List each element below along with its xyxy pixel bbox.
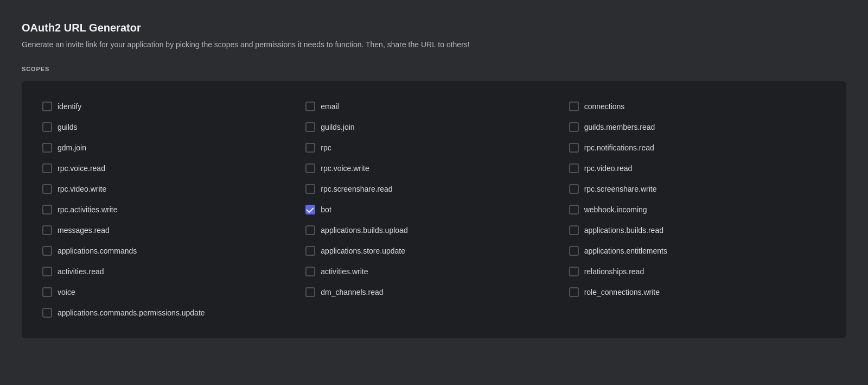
scope-label-messages_read: messages.read bbox=[58, 226, 110, 235]
scope-checkbox-rpc_screenshare_write[interactable] bbox=[569, 184, 579, 194]
scope-label-rpc_screenshare_write: rpc.screenshare.write bbox=[584, 185, 657, 193]
scope-checkbox-rpc_video_write[interactable] bbox=[42, 184, 52, 194]
scope-checkbox-guilds[interactable] bbox=[42, 122, 52, 132]
scope-label-activities_write: activities.write bbox=[321, 267, 368, 276]
scope-checkbox-applications_commands[interactable] bbox=[42, 246, 52, 256]
scope-checkbox-email[interactable] bbox=[305, 102, 315, 111]
scope-item-identify[interactable]: identify bbox=[39, 96, 302, 117]
scope-checkbox-activities_write[interactable] bbox=[305, 267, 315, 276]
scopes-box: identifyemailconnectionsguildsguilds.joi… bbox=[22, 81, 846, 338]
scope-item-bot[interactable]: bot bbox=[302, 199, 565, 220]
scope-item-applications_store_update[interactable]: applications.store.update bbox=[302, 241, 565, 261]
scope-item-activities_read[interactable]: activities.read bbox=[39, 261, 302, 282]
scope-checkbox-role_connections_write[interactable] bbox=[569, 287, 579, 297]
scope-item-applications_commands_permissions_update[interactable]: applications.commands.permissions.update bbox=[39, 302, 302, 323]
scope-checkbox-rpc_voice_write[interactable] bbox=[305, 163, 315, 173]
scope-label-voice: voice bbox=[58, 288, 75, 296]
scope-item-webhook_incoming[interactable]: webhook.incoming bbox=[566, 199, 829, 220]
scope-label-rpc_voice_write: rpc.voice.write bbox=[321, 164, 369, 173]
scope-checkbox-applications_builds_read[interactable] bbox=[569, 225, 579, 235]
scope-item-applications_builds_read[interactable]: applications.builds.read bbox=[566, 220, 829, 241]
scope-checkbox-applications_store_update[interactable] bbox=[305, 246, 315, 256]
scope-label-rpc_voice_read: rpc.voice.read bbox=[58, 164, 105, 173]
scope-checkbox-activities_read[interactable] bbox=[42, 267, 52, 276]
scope-item-guilds_members_read[interactable]: guilds.members.read bbox=[566, 117, 829, 137]
scope-item-role_connections_write[interactable]: role_connections.write bbox=[566, 282, 829, 302]
scopes-grid: identifyemailconnectionsguildsguilds.joi… bbox=[39, 96, 829, 323]
scope-label-applications_commands_permissions_update: applications.commands.permissions.update bbox=[58, 308, 205, 317]
scope-item-messages_read[interactable]: messages.read bbox=[39, 220, 302, 241]
scope-checkbox-rpc_activities_write[interactable] bbox=[42, 205, 52, 214]
scope-label-guilds_members_read: guilds.members.read bbox=[584, 123, 655, 131]
scope-label-bot: bot bbox=[321, 205, 331, 214]
scope-item-relationships_read[interactable]: relationships.read bbox=[566, 261, 829, 282]
scope-item-rpc_video_write[interactable]: rpc.video.write bbox=[39, 179, 302, 199]
scope-item-rpc_screenshare_read[interactable]: rpc.screenshare.read bbox=[302, 179, 565, 199]
scope-item-activities_write[interactable]: activities.write bbox=[302, 261, 565, 282]
scope-label-webhook_incoming: webhook.incoming bbox=[584, 205, 647, 214]
scope-item-gdm_join[interactable]: gdm.join bbox=[39, 137, 302, 158]
scope-item-rpc_screenshare_write[interactable]: rpc.screenshare.write bbox=[566, 179, 829, 199]
scope-item-rpc_notifications_read[interactable]: rpc.notifications.read bbox=[566, 137, 829, 158]
scope-label-gdm_join: gdm.join bbox=[58, 143, 86, 152]
scope-item-voice[interactable]: voice bbox=[39, 282, 302, 302]
scope-label-applications_builds_upload: applications.builds.upload bbox=[321, 226, 407, 235]
scope-item-applications_entitlements[interactable]: applications.entitlements bbox=[566, 241, 829, 261]
page-title: OAuth2 URL Generator bbox=[22, 22, 846, 34]
scope-checkbox-bot[interactable] bbox=[305, 205, 315, 214]
scope-item-applications_builds_upload[interactable]: applications.builds.upload bbox=[302, 220, 565, 241]
scope-label-activities_read: activities.read bbox=[58, 267, 104, 276]
scope-item-rpc_voice_write[interactable]: rpc.voice.write bbox=[302, 158, 565, 179]
scope-checkbox-gdm_join[interactable] bbox=[42, 143, 52, 153]
scope-checkbox-rpc_video_read[interactable] bbox=[569, 163, 579, 173]
scope-label-identify: identify bbox=[58, 102, 81, 111]
scope-checkbox-dm_channels_read[interactable] bbox=[305, 287, 315, 297]
page-description: Generate an invite link for your applica… bbox=[22, 40, 846, 51]
scope-checkbox-rpc_voice_read[interactable] bbox=[42, 163, 52, 173]
scope-label-rpc_notifications_read: rpc.notifications.read bbox=[584, 143, 654, 152]
scope-checkbox-voice[interactable] bbox=[42, 287, 52, 297]
scope-item-guilds[interactable]: guilds bbox=[39, 117, 302, 137]
scope-checkbox-rpc_notifications_read[interactable] bbox=[569, 143, 579, 153]
scope-label-rpc: rpc bbox=[321, 143, 331, 152]
scope-label-email: email bbox=[321, 102, 339, 111]
scope-item-rpc_activities_write[interactable]: rpc.activities.write bbox=[39, 199, 302, 220]
scope-label-applications_store_update: applications.store.update bbox=[321, 247, 405, 255]
scope-item-dm_channels_read[interactable]: dm_channels.read bbox=[302, 282, 565, 302]
scope-item-connections[interactable]: connections bbox=[566, 96, 829, 117]
scope-checkbox-applications_commands_permissions_update[interactable] bbox=[42, 308, 52, 318]
scope-label-dm_channels_read: dm_channels.read bbox=[321, 288, 383, 296]
scope-label-rpc_video_write: rpc.video.write bbox=[58, 185, 106, 193]
scope-label-applications_entitlements: applications.entitlements bbox=[584, 247, 667, 255]
scope-item-rpc_video_read[interactable]: rpc.video.read bbox=[566, 158, 829, 179]
scope-item-guilds_join[interactable]: guilds.join bbox=[302, 117, 565, 137]
scope-item-rpc_voice_read[interactable]: rpc.voice.read bbox=[39, 158, 302, 179]
scope-checkbox-rpc_screenshare_read[interactable] bbox=[305, 184, 315, 194]
scope-label-connections: connections bbox=[584, 102, 625, 111]
scope-checkbox-identify[interactable] bbox=[42, 102, 52, 111]
scope-checkbox-guilds_members_read[interactable] bbox=[569, 122, 579, 132]
scope-label-applications_commands: applications.commands bbox=[58, 247, 137, 255]
scope-checkbox-applications_builds_upload[interactable] bbox=[305, 225, 315, 235]
scope-item-applications_commands[interactable]: applications.commands bbox=[39, 241, 302, 261]
scope-label-rpc_activities_write: rpc.activities.write bbox=[58, 205, 117, 214]
scope-label-relationships_read: relationships.read bbox=[584, 267, 644, 276]
scope-label-rpc_screenshare_read: rpc.screenshare.read bbox=[321, 185, 392, 193]
scope-item-rpc[interactable]: rpc bbox=[302, 137, 565, 158]
scope-checkbox-rpc[interactable] bbox=[305, 143, 315, 153]
scope-item-email[interactable]: email bbox=[302, 96, 565, 117]
scope-checkbox-applications_entitlements[interactable] bbox=[569, 246, 579, 256]
scope-label-guilds: guilds bbox=[58, 123, 78, 131]
scope-checkbox-relationships_read[interactable] bbox=[569, 267, 579, 276]
scope-checkbox-messages_read[interactable] bbox=[42, 225, 52, 235]
scope-checkbox-connections[interactable] bbox=[569, 102, 579, 111]
scope-checkbox-webhook_incoming[interactable] bbox=[569, 205, 579, 214]
scopes-section-label: SCOPES bbox=[22, 66, 846, 72]
scope-checkbox-guilds_join[interactable] bbox=[305, 122, 315, 132]
scope-label-rpc_video_read: rpc.video.read bbox=[584, 164, 633, 173]
scope-label-applications_builds_read: applications.builds.read bbox=[584, 226, 663, 235]
scope-label-role_connections_write: role_connections.write bbox=[584, 288, 660, 296]
scope-label-guilds_join: guilds.join bbox=[321, 123, 354, 131]
page-container: OAuth2 URL Generator Generate an invite … bbox=[0, 0, 868, 360]
